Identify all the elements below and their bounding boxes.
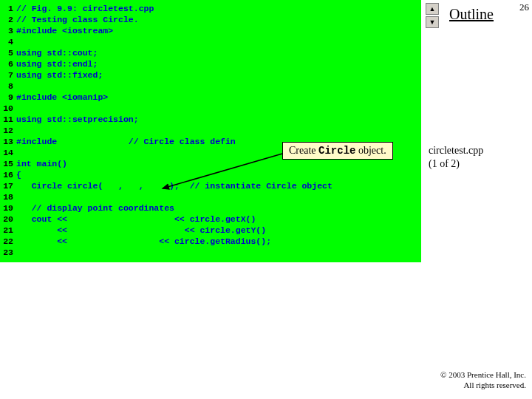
line-number: 6 <box>0 58 16 69</box>
code-text: cout << << circle.getX() <box>16 214 421 225</box>
file-caption-part: (1 of 2) <box>429 157 483 171</box>
line-number: 7 <box>0 69 16 81</box>
code-text: // Fig. 9.9: circletest.cpp <box>16 3 421 14</box>
callout-text-suffix: object. <box>355 145 386 156</box>
code-line: 18 <box>0 191 421 202</box>
arrow-up-icon: ▲ <box>429 5 436 13</box>
line-number: 19 <box>0 202 16 214</box>
code-line: 5using std::cout; <box>0 47 421 58</box>
line-number: 20 <box>0 214 16 225</box>
callout-text-prefix: Create <box>289 145 318 156</box>
code-text: using std::endl; <box>16 58 421 69</box>
arrow-down-icon: ▼ <box>429 18 436 26</box>
line-number: 4 <box>0 36 16 47</box>
code-text: using std::setprecision; <box>16 114 421 125</box>
code-line: 12 <box>0 125 421 136</box>
code-line: 9#include <iomanip> <box>0 92 421 103</box>
line-number: 22 <box>0 236 16 247</box>
code-text: << << circle.getRadius(); <box>16 236 421 247</box>
copyright-footer: © 2003 Prentice Hall, Inc. All rights re… <box>440 369 526 390</box>
line-number: 21 <box>0 225 16 236</box>
sidebar: ▲ ▼ Outline 26 circletest.cpp (1 of 2) <box>421 0 532 399</box>
line-number: 1 <box>0 3 16 14</box>
line-number: 13 <box>0 136 16 147</box>
code-line: 10 <box>0 103 421 114</box>
code-line: 21 << << circle.getY() <box>0 225 421 236</box>
code-text <box>16 191 421 202</box>
nav-up-button[interactable]: ▲ <box>426 3 439 15</box>
nav-arrows: ▲ ▼ <box>426 3 439 28</box>
code-text: { <box>16 169 421 180</box>
line-number: 10 <box>0 103 16 114</box>
code-line: 15int main() <box>0 158 421 169</box>
slide-number: 26 <box>519 1 529 13</box>
code-text: #include <iostream> <box>16 25 421 36</box>
code-text: using std::fixed; <box>16 69 421 81</box>
code-line: 16{ <box>0 169 421 180</box>
line-number: 2 <box>0 14 16 25</box>
code-text: Circle circle( , , ); // instantiate Cir… <box>16 180 421 191</box>
outline-title: Outline <box>449 6 494 23</box>
code-line: 3#include <iostream> <box>0 25 421 36</box>
code-text: << << circle.getY() <box>16 225 421 236</box>
code-line: 19 // display point coordinates <box>0 202 421 214</box>
code-text <box>16 247 421 258</box>
line-number: 15 <box>0 158 16 169</box>
file-caption-filename: circletest.cpp <box>429 144 483 157</box>
line-number: 11 <box>0 114 16 125</box>
code-line: 1// Fig. 9.9: circletest.cpp <box>0 3 421 14</box>
line-number: 18 <box>0 191 16 202</box>
line-number: 9 <box>0 92 16 103</box>
code-text: int main() <box>16 158 421 169</box>
code-text <box>16 81 421 92</box>
code-listing: 1// Fig. 9.9: circletest.cpp2// Testing … <box>0 0 421 262</box>
code-text <box>16 103 421 114</box>
code-line: 17 Circle circle( , , ); // instantiate … <box>0 180 421 191</box>
callout-text-mono: Circle <box>318 145 355 157</box>
nav-down-button[interactable]: ▼ <box>426 16 439 28</box>
code-text: using std::cout; <box>16 47 421 58</box>
code-text <box>16 36 421 47</box>
line-number: 3 <box>0 25 16 36</box>
line-number: 16 <box>0 169 16 180</box>
code-text: #include <iomanip> <box>16 92 421 103</box>
code-line: 6using std::endl; <box>0 58 421 69</box>
code-line: 2// Testing class Circle. <box>0 14 421 25</box>
line-number: 8 <box>0 81 16 92</box>
code-line: 20 cout << << circle.getX() <box>0 214 421 225</box>
code-line: 7using std::fixed; <box>0 69 421 81</box>
callout-box: Create Circle object. <box>282 142 393 160</box>
code-line: 4 <box>0 36 421 47</box>
code-line: 23 <box>0 247 421 258</box>
code-text: // display point coordinates <box>16 202 421 214</box>
footer-line1: © 2003 Prentice Hall, Inc. <box>440 369 526 380</box>
line-number: 14 <box>0 147 16 158</box>
line-number: 12 <box>0 125 16 136</box>
line-number: 5 <box>0 47 16 58</box>
line-number: 17 <box>0 180 16 191</box>
code-line: 22 << << circle.getRadius(); <box>0 236 421 247</box>
footer-line2: All rights reserved. <box>440 380 526 390</box>
code-line: 8 <box>0 81 421 92</box>
code-line: 11using std::setprecision; <box>0 114 421 125</box>
line-number: 23 <box>0 247 16 258</box>
file-caption: circletest.cpp (1 of 2) <box>429 144 483 171</box>
code-text: // Testing class Circle. <box>16 14 421 25</box>
code-text <box>16 125 421 136</box>
